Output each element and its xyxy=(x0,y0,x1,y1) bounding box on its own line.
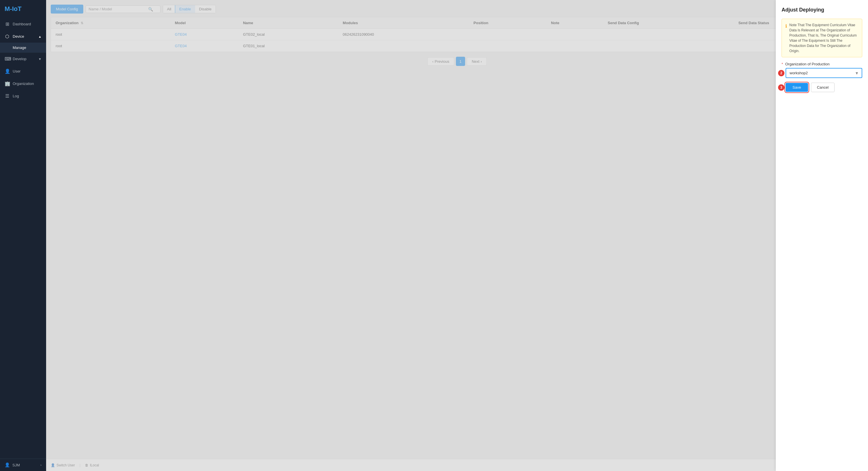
notice-box: ℹ Note That The Equipment Curriculum Vit… xyxy=(781,19,862,57)
sidebar-item-manage[interactable]: Manage xyxy=(0,43,46,53)
sidebar-item-label: Develop xyxy=(13,57,27,61)
footer-user-icon: 👤 xyxy=(5,462,10,468)
org-select-wrapper: workshop2 root workshop1 ▼ xyxy=(785,68,862,78)
develop-icon: ⌨ xyxy=(5,56,10,62)
cancel-button[interactable]: Cancel xyxy=(811,82,835,92)
step-2-circle: 2 xyxy=(778,70,784,76)
chevron-down-icon: ▼ xyxy=(38,57,41,61)
notice-text: Note That The Equipment Curriculum Vitae… xyxy=(789,23,859,54)
right-panel: Adjust Deploying ℹ Note That The Equipme… xyxy=(776,0,868,471)
chevron-up-icon: ▲ xyxy=(38,35,41,38)
sidebar-item-label: User xyxy=(13,69,21,73)
sidebar-item-label: Log xyxy=(13,94,19,98)
panel-title: Adjust Deploying xyxy=(781,7,862,13)
sidebar-item-user[interactable]: 👤 User xyxy=(0,65,46,77)
sidebar-item-develop[interactable]: ⌨ Develop ▼ xyxy=(0,53,46,65)
sidebar-item-label: Dashboard xyxy=(13,22,31,26)
info-icon: ℹ xyxy=(785,23,787,54)
log-icon: ☰ xyxy=(5,93,10,99)
sidebar-item-label: Device xyxy=(13,34,24,39)
footer-username: SJM xyxy=(12,463,20,467)
sidebar: M-IoT ⊞ Dashboard ⬡ Device ▲ Manage ⌨ De… xyxy=(0,0,46,471)
organization-icon: 🏢 xyxy=(5,81,10,87)
right-panel-overlay: Adjust Deploying ℹ Note That The Equipme… xyxy=(46,0,868,471)
device-submenu: Manage xyxy=(0,43,46,53)
panel-actions-row: 3 Save Cancel xyxy=(781,82,862,92)
org-field-section: * Organization of Production 2 workshop2… xyxy=(781,62,862,78)
dashboard-icon: ⊞ xyxy=(5,21,10,27)
sidebar-item-device[interactable]: ⬡ Device ▲ xyxy=(0,30,46,43)
panel-actions: Save Cancel xyxy=(785,82,835,92)
sidebar-nav: ⊞ Dashboard ⬡ Device ▲ Manage ⌨ Develop … xyxy=(0,18,46,459)
sidebar-item-label: Organization xyxy=(13,81,34,86)
sidebar-item-dashboard[interactable]: ⊞ Dashboard xyxy=(0,18,46,30)
app-logo: M-IoT xyxy=(0,0,46,18)
sidebar-item-log[interactable]: ☰ Log xyxy=(0,90,46,102)
footer-arrow-icon: › xyxy=(40,463,41,467)
device-icon: ⬡ xyxy=(5,34,10,39)
sidebar-item-organization[interactable]: 🏢 Organization xyxy=(0,77,46,90)
select-row: 2 workshop2 root workshop1 ▼ xyxy=(781,68,862,78)
required-marker: * xyxy=(781,62,783,66)
sidebar-item-label: Manage xyxy=(13,45,26,50)
step-3-circle: 3 xyxy=(778,85,784,91)
org-select[interactable]: workshop2 root workshop1 xyxy=(786,69,862,77)
user-icon: 👤 xyxy=(5,69,10,74)
save-button[interactable]: Save xyxy=(785,83,808,92)
org-field-label: * Organization of Production xyxy=(781,62,862,66)
sidebar-footer: 👤 SJM › xyxy=(0,459,46,471)
